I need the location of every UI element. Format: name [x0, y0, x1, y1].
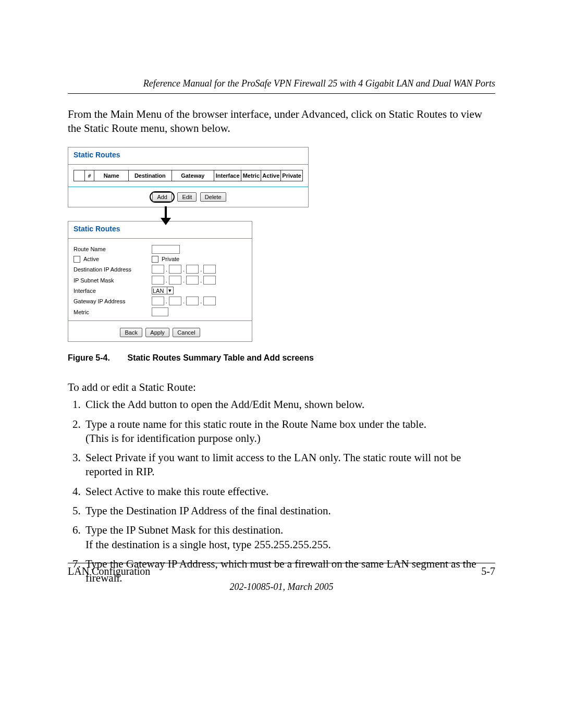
row-interface: Interface LAN ▾ — [68, 286, 252, 295]
metric-input[interactable] — [152, 307, 168, 316]
label-gateway-ip: Gateway IP Address — [74, 298, 152, 304]
col-gateway: Gateway — [172, 170, 214, 181]
col-num: # — [85, 170, 95, 181]
route-name-input[interactable] — [152, 245, 180, 254]
add-button-callout: Add — [150, 191, 175, 203]
footer-page-number: 5-7 — [481, 565, 495, 577]
divider — [68, 238, 252, 239]
row-route-name: Route Name — [68, 244, 252, 255]
summary-button-row: Add Edit Delete — [68, 187, 308, 207]
arrow-down-icon — [161, 218, 171, 225]
step-item: Type the Destination IP Address of the f… — [83, 504, 495, 518]
divider — [68, 164, 308, 165]
subnet-octet-3[interactable] — [186, 276, 199, 285]
col-metric: Metric — [241, 170, 261, 181]
steps-list: Click the Add button to open the Add/Edi… — [68, 398, 495, 585]
row-metric: Metric — [68, 306, 252, 317]
panel-title: Static Routes — [68, 221, 252, 236]
subnet-octet-2[interactable] — [169, 276, 181, 285]
step-item: Click the Add button to open the Add/Edi… — [83, 398, 495, 412]
interface-value: LAN — [153, 288, 164, 294]
label-dest-ip: Destination IP Address — [74, 266, 152, 273]
intro-paragraph: From the Main Menu of the browser interf… — [68, 107, 495, 135]
label-private: Private — [152, 256, 179, 263]
label-metric: Metric — [74, 309, 152, 315]
footer-docid: 202-10085-01, March 2005 — [68, 582, 495, 593]
dest-ip-octet-1[interactable] — [152, 265, 164, 274]
label-interface: Interface — [74, 288, 152, 294]
add-button[interactable]: Add — [152, 192, 172, 202]
active-checkbox[interactable] — [74, 256, 80, 263]
col-private: Private — [281, 170, 302, 181]
private-checkbox[interactable] — [152, 256, 158, 263]
col-checkbox — [74, 170, 85, 181]
lead-sentence: To add or edit a Static Route: — [68, 380, 495, 394]
gw-ip-octet-2[interactable] — [169, 297, 181, 305]
cancel-button[interactable]: Cancel — [173, 328, 200, 337]
subnet-octet-1[interactable] — [152, 276, 164, 285]
arrow-line-icon — [165, 206, 167, 219]
apply-button[interactable]: Apply — [145, 328, 169, 337]
static-routes-summary-panel: Static Routes # Name Destination Gateway… — [68, 147, 309, 207]
label-subnet: IP Subnet Mask — [74, 277, 152, 283]
chevron-down-icon: ▾ — [167, 287, 173, 294]
active-text: Active — [83, 256, 99, 262]
back-button[interactable]: Back — [120, 328, 142, 337]
row-dest-ip: Destination IP Address . . . — [68, 264, 252, 275]
figure-number: Figure 5-4. — [68, 353, 125, 363]
private-text: Private — [162, 256, 179, 262]
delete-button[interactable]: Delete — [200, 192, 226, 202]
page-footer: LAN Configuration 5-7 202-10085-01, Marc… — [68, 563, 495, 593]
col-interface: Interface — [214, 170, 242, 181]
label-active: Active — [74, 256, 152, 263]
divider — [68, 320, 252, 321]
edit-button-row: Back Apply Cancel — [68, 324, 252, 341]
dest-ip-octet-4[interactable] — [203, 265, 216, 274]
figure-title: Static Routes Summary Table and Add scre… — [127, 353, 313, 362]
subnet-octet-4[interactable] — [203, 276, 216, 285]
col-active: Active — [261, 170, 281, 181]
row-gateway-ip: Gateway IP Address . . . — [68, 295, 252, 306]
step-item: Type a route name for this static route … — [83, 417, 495, 446]
dest-ip-octet-2[interactable] — [169, 265, 181, 274]
page: Reference Manual for the ProSafe VPN Fir… — [0, 0, 563, 728]
col-dest: Destination — [129, 170, 172, 181]
gw-ip-octet-1[interactable] — [152, 297, 164, 305]
page-header: Reference Manual for the ProSafe VPN Fir… — [68, 78, 495, 94]
step-item: Type the IP Subnet Mask for this destina… — [83, 523, 495, 552]
static-routes-edit-panel: Static Routes Route Name Active Private … — [68, 221, 252, 342]
panel-title: Static Routes — [68, 147, 308, 162]
gw-ip-octet-3[interactable] — [186, 297, 199, 305]
step-item: Select Active to make this route effecti… — [83, 485, 495, 499]
arrow-annotation — [68, 207, 495, 223]
figure-caption: Figure 5-4. Static Routes Summary Table … — [68, 353, 495, 363]
row-active-private: Active Private — [68, 255, 252, 264]
edit-button[interactable]: Edit — [177, 192, 197, 202]
col-name: Name — [94, 170, 129, 181]
routes-table-header: # Name Destination Gateway Interface Met… — [74, 170, 303, 181]
row-subnet: IP Subnet Mask . . . — [68, 275, 252, 286]
figure-screenshot: Static Routes # Name Destination Gateway… — [68, 147, 495, 342]
gw-ip-octet-4[interactable] — [203, 297, 216, 305]
interface-select[interactable]: LAN ▾ — [152, 287, 174, 294]
dest-ip-octet-3[interactable] — [186, 265, 199, 274]
step-item: Select Private if you want to limit acce… — [83, 451, 495, 479]
label-route-name: Route Name — [74, 246, 152, 252]
footer-section: LAN Configuration — [68, 565, 150, 577]
